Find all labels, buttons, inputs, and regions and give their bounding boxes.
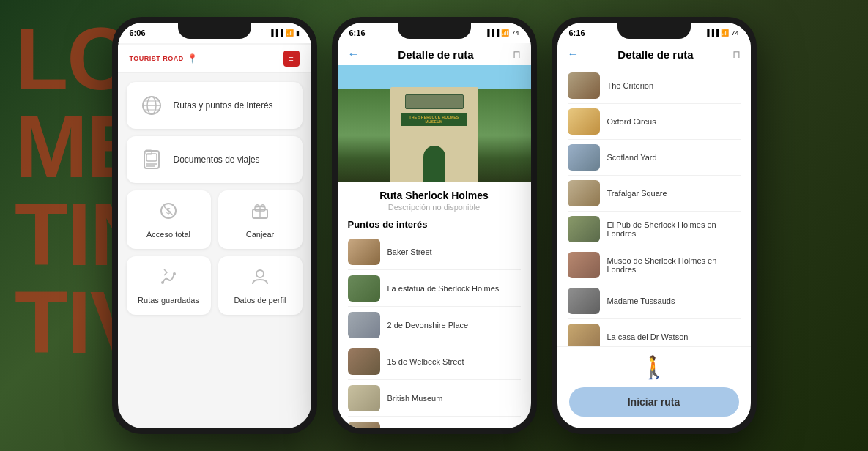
poi-section-title-2: Puntos de interés xyxy=(348,219,521,230)
poi-list-2: Baker Street La estatua de Sherlock Holm… xyxy=(348,234,521,428)
poi-item-p3-scotland[interactable]: Scotland Yard xyxy=(568,140,741,176)
phone-1-screen: 6:06 ▐▐▐ 📶 ▮ TOURIST ROAD 📍 ≡ xyxy=(118,23,311,428)
poi-item-p3-tussauds[interactable]: Madame Tussauds xyxy=(568,283,741,319)
phone-3-notch xyxy=(617,23,691,39)
battery-icon-3: 74 xyxy=(731,29,738,37)
poi-thumb-baker xyxy=(348,239,380,265)
poi-item-welbeck[interactable]: 15 de Welbeck Street xyxy=(348,344,521,380)
poi-name-p3-scotland: Scotland Yard xyxy=(607,153,657,162)
menu-item-rutas-guardadas[interactable]: Rutas guardadas xyxy=(127,256,211,315)
menu-item-documentos[interactable]: Documentos de viajes xyxy=(127,136,303,183)
poi-name-p3-watson: La casa del Dr Watson xyxy=(607,332,689,341)
hamburger-menu-button[interactable]: ≡ xyxy=(283,51,300,67)
poi-name-p3-tussauds: Madame Tussauds xyxy=(607,297,675,305)
poi-item-p3-trafalgar[interactable]: Trafalgar Square xyxy=(568,176,741,212)
bookmark-icon-2[interactable]: ⊓ xyxy=(513,48,521,60)
phone-3-status-icons: ▐▐▐ 📶 74 xyxy=(705,29,738,37)
signal-icon-3: ▐▐▐ xyxy=(705,29,719,37)
routes-icon xyxy=(158,266,179,290)
gift-icon xyxy=(250,201,270,224)
walker-icon: 🚶 xyxy=(640,354,667,380)
phone-1-notch xyxy=(178,23,251,39)
phone-1-header: TOURIST ROAD 📍 ≡ xyxy=(118,45,311,73)
canjear-label: Canjear xyxy=(246,230,275,239)
poi-name-welbeck: 15 de Welbeck Street xyxy=(387,357,464,366)
phone-2: 6:16 ▐▐▐ 📶 74 ← Detalle de ruta ⊓ xyxy=(332,17,537,434)
poi-item-criterion[interactable]: The Criterion xyxy=(348,417,521,428)
poi-item-p3-oxford[interactable]: Oxford Circus xyxy=(568,104,741,140)
poi-item-p3-museo[interactable]: Museo de Sherlock Holmes en Londres xyxy=(568,247,741,283)
poi-name-sherlock_statue: La estatua de Sherlock Holmes xyxy=(387,284,500,293)
route-title-2: Detalle de ruta xyxy=(398,48,473,61)
svg-point-15 xyxy=(161,281,164,284)
back-button-2[interactable]: ← xyxy=(348,48,360,61)
phone-3-poi-list: The Criterion Oxford Circus Scotland Yar… xyxy=(557,65,751,346)
poi-item-british[interactable]: British Museum xyxy=(348,381,521,417)
building-door xyxy=(423,146,445,182)
tourist-road-logo: TOURIST ROAD 📍 xyxy=(130,53,198,64)
signal-icon-2: ▐▐▐ xyxy=(485,29,499,37)
phone-3-content: 6:16 ▐▐▐ 📶 74 ← Detalle de ruta ⊓ The Cr… xyxy=(557,23,751,428)
back-button-3[interactable]: ← xyxy=(568,48,579,61)
bookmark-icon-3[interactable]: ⊓ xyxy=(732,48,741,60)
poi-name-devonshire: 2 de Devonshire Place xyxy=(387,321,469,329)
poi-thumb-p3-scotland xyxy=(568,144,600,171)
route-desc-2: Descripción no disponible xyxy=(348,203,521,212)
route-title-3: Detalle de ruta xyxy=(617,48,693,61)
profile-icon xyxy=(250,266,270,290)
globe-icon xyxy=(138,92,165,119)
poi-item-p3-watson[interactable]: La casa del Dr Watson xyxy=(568,319,741,346)
menu-item-perfil[interactable]: Datos de perfil xyxy=(218,256,303,315)
phone-2-status-icons: ▐▐▐ 📶 74 xyxy=(485,29,519,37)
perfil-label: Datos de perfil xyxy=(234,296,286,305)
poi-name-p3-criterion2: The Criterion xyxy=(607,81,654,90)
phone-3-time: 6:16 xyxy=(569,29,585,37)
svg-point-17 xyxy=(256,270,264,277)
phone-1-time: 6:06 xyxy=(130,29,146,37)
poi-item-sherlock_statue[interactable]: La estatua de Sherlock Holmes xyxy=(348,271,521,307)
phone-3-screen: 6:16 ▐▐▐ 📶 74 ← Detalle de ruta ⊓ The Cr… xyxy=(557,23,751,428)
rutas-guardadas-label: Rutas guardadas xyxy=(138,296,199,305)
phone-2-screen: 6:16 ▐▐▐ 📶 74 ← Detalle de ruta ⊓ xyxy=(338,23,531,428)
menu-item-rutas[interactable]: Rutas y puntos de interés xyxy=(127,82,303,129)
poi-item-baker[interactable]: Baker Street xyxy=(348,234,521,270)
poi-section-2: Puntos de interés Baker Street La estatu… xyxy=(338,215,531,428)
poi-thumb-p3-tussauds xyxy=(568,288,600,314)
poi-item-devonshire[interactable]: 2 de Devonshire Place xyxy=(348,308,521,343)
poi-thumb-p3-museo xyxy=(568,252,600,278)
menu-item-acceso[interactable]: $ Acceso total xyxy=(127,190,211,249)
phone-1-content: 6:06 ▐▐▐ 📶 ▮ TOURIST ROAD 📍 ≡ xyxy=(118,23,311,428)
building-sign: THE SHERLOCK HOLMES MUSEUM xyxy=(401,113,467,126)
documentos-label: Documentos de viajes xyxy=(174,154,260,165)
wifi-icon: 📶 xyxy=(286,29,294,37)
phone-1: 6:06 ▐▐▐ 📶 ▮ TOURIST ROAD 📍 ≡ xyxy=(112,17,317,434)
balcony xyxy=(405,94,464,109)
sherlock-museum-image: THE SHERLOCK HOLMES MUSEUM xyxy=(338,65,531,182)
passport-icon xyxy=(138,146,165,173)
signal-icon: ▐▐▐ xyxy=(269,29,283,37)
rutas-label: Rutas y puntos de interés xyxy=(174,100,273,111)
phone-3: 6:16 ▐▐▐ 📶 74 ← Detalle de ruta ⊓ The Cr… xyxy=(552,17,757,434)
route-image-2: THE SHERLOCK HOLMES MUSEUM xyxy=(338,65,531,182)
poi-thumb-devonshire xyxy=(348,312,380,338)
phone-2-notch xyxy=(398,23,471,39)
poi-thumb-british xyxy=(348,385,380,411)
menu-item-canjear[interactable]: Canjear xyxy=(218,190,303,249)
route-name-2: Ruta Sherlock Holmes xyxy=(348,190,521,201)
poi-thumb-p3-pub xyxy=(568,216,600,242)
poi-name-p3-pub: El Pub de Sherlock Holmes en Londres xyxy=(607,220,741,238)
battery-icon-2: 74 xyxy=(511,29,519,37)
poi-thumb-p3-trafalgar xyxy=(568,180,600,206)
hamburger-icon: ≡ xyxy=(289,54,293,63)
poi-item-p3-criterion2[interactable]: The Criterion xyxy=(568,68,741,104)
logo-text: TOURIST ROAD xyxy=(130,55,184,62)
phone-2-time: 6:16 xyxy=(349,29,366,37)
poi-thumb-criterion xyxy=(348,422,380,428)
phone-2-route-header: ← Detalle de ruta ⊓ xyxy=(338,43,531,65)
phone-3-route-header: ← Detalle de ruta ⊓ xyxy=(557,43,751,65)
logo-pin-icon: 📍 xyxy=(187,53,198,64)
building-sign-text: THE SHERLOCK HOLMES MUSEUM xyxy=(401,115,467,124)
poi-item-p3-pub[interactable]: El Pub de Sherlock Holmes en Londres xyxy=(568,212,741,247)
start-route-button[interactable]: Iniciar ruta xyxy=(569,387,739,417)
svg-point-16 xyxy=(173,272,176,275)
